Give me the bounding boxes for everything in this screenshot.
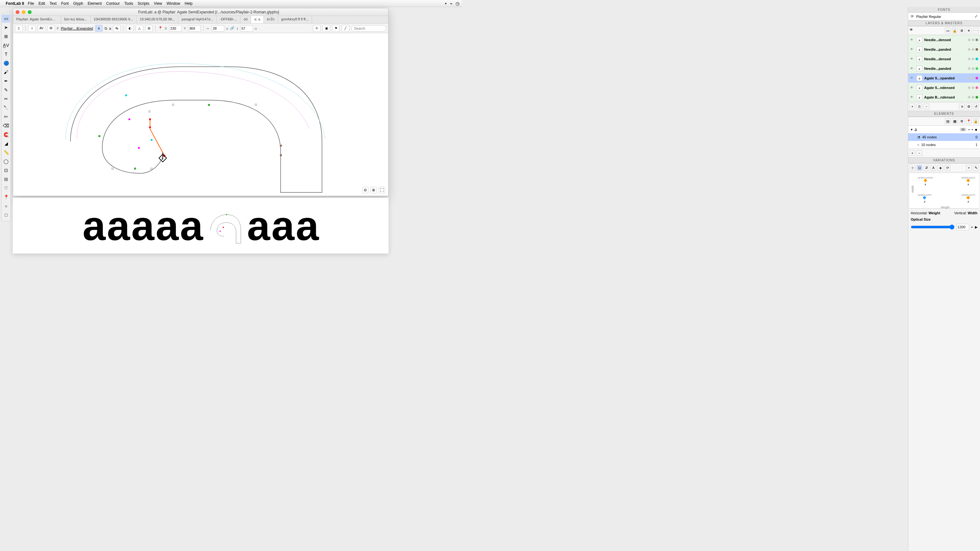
view-metrics-button[interactable]: ⫴ — [28, 25, 36, 32]
search-input[interactable] — [351, 25, 386, 32]
width-icon: ↔ — [206, 27, 210, 30]
toolbox: ▭ ➤ ⊞ A̲V T 🔵 🖌 ✒ ✎ ✂ 🔪 ✄ ⌫ 🧲 ◢ 📏 ◯ ⊡ ⊟ … — [1, 13, 11, 221]
menu-element[interactable]: Element — [88, 1, 102, 6]
svg-point-3 — [128, 118, 130, 120]
menu-window[interactable]: Window — [167, 1, 180, 6]
tool-pencil[interactable]: ✎ — [2, 86, 10, 94]
tool-pointer[interactable]: ➤ — [2, 23, 10, 32]
tool-paint[interactable]: ◢ — [2, 139, 10, 148]
svg-rect-12 — [149, 111, 150, 112]
y-input[interactable] — [188, 25, 200, 32]
indent-button[interactable]: ↹ — [113, 25, 121, 32]
tool-rect[interactable]: □ — [2, 211, 10, 219]
preview-glyph-outline[interactable] — [204, 205, 246, 246]
tool-lasso[interactable]: ◯ — [2, 157, 10, 165]
x-label: X — [165, 27, 167, 30]
tool-ellipse[interactable]: ○ — [2, 202, 10, 210]
titlebar: FontLab: a @ Playfair: Agate SemiExpande… — [13, 8, 388, 16]
panel-toggle-button[interactable]: ▯ — [15, 25, 23, 32]
font-name-selector[interactable]: Playfair:...iExpanded — [61, 27, 93, 30]
tab-7[interactable]: a: a — [251, 16, 264, 23]
w-unit: u — [226, 27, 228, 30]
svg-rect-11 — [255, 104, 257, 106]
tab-8[interactable]: ё꜔Žn — [264, 16, 278, 23]
zoom-fit-button[interactable]: ⛶ — [379, 187, 385, 193]
height-input[interactable] — [240, 25, 253, 32]
glyph-a-button[interactable]: a — [95, 25, 103, 32]
font-label: F — [57, 27, 59, 30]
svg-rect-13 — [111, 168, 113, 170]
layers-button[interactable]: ▣ — [323, 25, 330, 32]
tool-pen[interactable]: ✒ — [2, 77, 10, 85]
tool-text[interactable]: T — [2, 50, 10, 58]
node-sharp-button[interactable]: △ — [135, 25, 143, 32]
menu-font[interactable]: Font — [61, 1, 68, 6]
svg-rect-7 — [134, 168, 136, 170]
menu-help[interactable]: Help — [185, 1, 192, 6]
minimize-button[interactable] — [22, 10, 25, 14]
tool-knife[interactable]: 🔪 — [2, 104, 10, 112]
menu-view[interactable]: View — [154, 1, 162, 6]
switch-icon[interactable]: ⌁ — [450, 1, 452, 6]
tab-3[interactable]: 19.940,00 678,00 98... — [137, 16, 178, 23]
y-label: Y — [184, 27, 186, 30]
flag-button[interactable]: ⚑ — [332, 25, 340, 32]
svg-point-18 — [223, 227, 224, 228]
svg-rect-14 — [151, 168, 152, 170]
tool-shape[interactable]: ♡ — [2, 184, 10, 192]
tab-9[interactable]: gnmhkxyfl ff fl ff... — [278, 16, 312, 23]
menu-scripts[interactable]: Scripts — [138, 1, 150, 6]
width-input[interactable] — [212, 25, 224, 32]
slash-button[interactable]: ╱ — [342, 25, 349, 32]
tab-6[interactable]: óó — [240, 16, 251, 23]
close-button[interactable] — [16, 10, 19, 14]
svg-point-1 — [149, 126, 151, 128]
tab-0[interactable]: Playfair: Agate SemiExpanded — [13, 16, 61, 23]
preview-glyph: a — [296, 205, 319, 246]
menu-file[interactable]: File — [28, 1, 34, 6]
tool-fill[interactable]: 🔵 — [2, 59, 10, 67]
svg-point-17 — [226, 214, 227, 215]
menu-glyph[interactable]: Glyph — [73, 1, 83, 6]
svg-point-9 — [151, 139, 153, 141]
tab-1[interactable]: İzin kız iktisa... — [61, 16, 91, 23]
menu-tools[interactable]: Tools — [124, 1, 133, 6]
tool-kerning[interactable]: A̲V — [2, 41, 10, 49]
view-kerning-button[interactable]: AV — [38, 25, 45, 32]
tool-rapid[interactable]: ✂ — [2, 95, 10, 103]
glyph-canvas[interactable]: ⊖ ⊕ ⛶ — [13, 33, 388, 196]
app-name[interactable]: FontLab 8 — [6, 1, 24, 6]
maximize-button[interactable] — [28, 10, 32, 14]
zoom-out-button[interactable]: ⊖ — [362, 187, 369, 193]
menu-edit[interactable]: Edit — [38, 1, 45, 6]
link-icon[interactable]: 🔗 — [230, 26, 234, 30]
mode-g[interactable]: G — [105, 27, 108, 30]
tool-dropper[interactable]: 📍 — [2, 193, 10, 201]
menu-text[interactable]: Text — [49, 1, 56, 6]
tool-metrics[interactable]: ⊞ — [2, 32, 10, 40]
tool-select[interactable]: ▭ — [2, 14, 10, 23]
mode-a2[interactable]: a — [109, 27, 111, 30]
node-smooth-button[interactable]: ◐ — [126, 25, 134, 32]
tab-5[interactable]: -DFFĐĐ-... — [216, 16, 240, 23]
grid-button[interactable]: ⊞ — [145, 25, 153, 32]
svg-rect-6 — [208, 104, 210, 106]
tool-anchors[interactable]: ⊟ — [2, 175, 10, 183]
tool-measure[interactable]: 📏 — [2, 148, 10, 157]
tab-4[interactable]: paragraf HşH147d... — [178, 16, 216, 23]
copy-button[interactable]: ⎘ — [313, 25, 321, 32]
toolbar: ▯ ⫴ AV M F Playfair:...iExpanded a G a ↹… — [13, 24, 388, 33]
tool-eraser[interactable]: ⌫ — [2, 121, 10, 130]
menu-contour[interactable]: Contour — [106, 1, 120, 6]
clock-icon[interactable]: ◷ — [455, 1, 460, 6]
tool-magnet[interactable]: 🧲 — [2, 130, 10, 139]
zoom-in-button[interactable]: ⊕ — [371, 187, 377, 193]
tool-guides[interactable]: ⊡ — [2, 166, 10, 175]
x-input[interactable] — [169, 25, 182, 32]
tab-2[interactable]: 10H388SB 98319606 9... — [91, 16, 137, 23]
tool-scissors[interactable]: ✄ — [2, 113, 10, 121]
tool-brush[interactable]: 🖌 — [2, 68, 10, 76]
view-masters-button[interactable]: M — [47, 25, 55, 32]
svg-rect-15 — [280, 145, 282, 147]
preview-glyph: a — [131, 205, 154, 246]
